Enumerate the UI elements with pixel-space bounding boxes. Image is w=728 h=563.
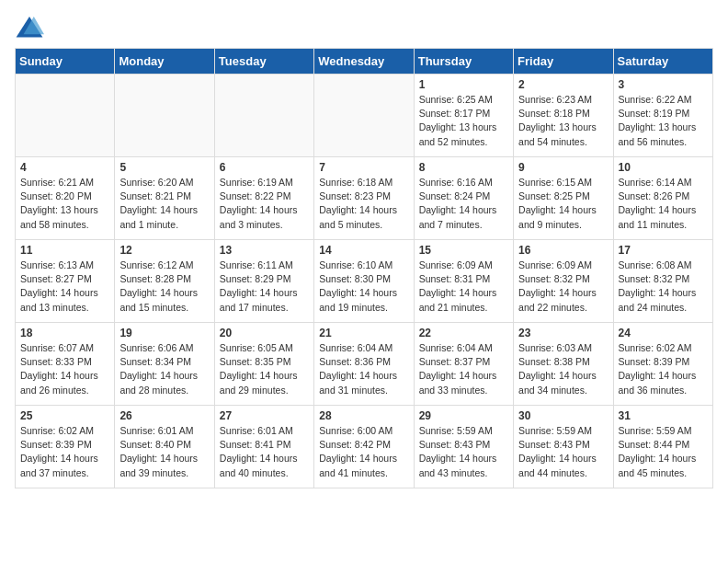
header-cell-sunday: Sunday [16, 49, 115, 75]
day-content: Sunrise: 6:03 AM Sunset: 8:38 PM Dayligh… [518, 341, 608, 397]
day-cell: 27Sunrise: 6:01 AM Sunset: 8:41 PM Dayli… [214, 406, 313, 488]
header-cell-monday: Monday [115, 49, 214, 75]
day-number: 13 [220, 244, 309, 257]
day-cell: 13Sunrise: 6:11 AM Sunset: 8:29 PM Dayli… [214, 240, 313, 323]
day-number: 29 [419, 409, 508, 422]
day-cell: 20Sunrise: 6:05 AM Sunset: 8:35 PM Dayli… [214, 323, 313, 406]
day-number: 5 [119, 161, 209, 174]
day-content: Sunrise: 6:06 AM Sunset: 8:34 PM Dayligh… [119, 341, 209, 397]
header-cell-friday: Friday [514, 49, 613, 75]
day-content: Sunrise: 6:09 AM Sunset: 8:32 PM Dayligh… [518, 259, 608, 315]
day-number: 4 [20, 161, 109, 174]
header-cell-wednesday: Wednesday [314, 49, 414, 75]
day-cell [214, 75, 313, 157]
day-content: Sunrise: 6:01 AM Sunset: 8:41 PM Dayligh… [220, 424, 309, 480]
day-content: Sunrise: 6:09 AM Sunset: 8:31 PM Dayligh… [419, 259, 508, 315]
day-cell [16, 75, 115, 157]
day-cell: 29Sunrise: 5:59 AM Sunset: 8:43 PM Dayli… [414, 406, 513, 488]
header-cell-saturday: Saturday [613, 49, 712, 75]
day-cell: 17Sunrise: 6:08 AM Sunset: 8:32 PM Dayli… [613, 240, 712, 323]
day-content: Sunrise: 5:59 AM Sunset: 8:43 PM Dayligh… [419, 424, 508, 480]
day-cell: 15Sunrise: 6:09 AM Sunset: 8:31 PM Dayli… [414, 240, 513, 323]
day-cell: 21Sunrise: 6:04 AM Sunset: 8:36 PM Dayli… [314, 323, 414, 406]
day-cell: 30Sunrise: 5:59 AM Sunset: 8:43 PM Dayli… [514, 406, 613, 488]
day-content: Sunrise: 6:01 AM Sunset: 8:40 PM Dayligh… [119, 424, 209, 480]
day-number: 12 [119, 244, 209, 257]
day-cell: 2Sunrise: 6:23 AM Sunset: 8:18 PM Daylig… [514, 75, 613, 157]
header-cell-thursday: Thursday [414, 49, 513, 75]
day-content: Sunrise: 6:21 AM Sunset: 8:20 PM Dayligh… [20, 176, 109, 232]
day-number: 20 [220, 327, 309, 339]
day-number: 24 [619, 327, 708, 339]
day-cell: 1Sunrise: 6:25 AM Sunset: 8:17 PM Daylig… [414, 75, 513, 157]
day-cell: 8Sunrise: 6:16 AM Sunset: 8:24 PM Daylig… [414, 157, 513, 240]
day-number: 19 [119, 327, 209, 339]
day-cell: 9Sunrise: 6:15 AM Sunset: 8:25 PM Daylig… [514, 157, 613, 240]
day-number: 11 [20, 244, 109, 257]
day-cell: 25Sunrise: 6:02 AM Sunset: 8:39 PM Dayli… [16, 406, 115, 488]
week-row-3: 18Sunrise: 6:07 AM Sunset: 8:33 PM Dayli… [16, 323, 713, 406]
header-row: SundayMondayTuesdayWednesdayThursdayFrid… [16, 49, 713, 75]
day-content: Sunrise: 6:14 AM Sunset: 8:26 PM Dayligh… [619, 176, 708, 232]
day-cell: 5Sunrise: 6:20 AM Sunset: 8:21 PM Daylig… [115, 157, 214, 240]
day-cell: 14Sunrise: 6:10 AM Sunset: 8:30 PM Dayli… [314, 240, 414, 323]
day-number: 16 [518, 244, 608, 257]
day-cell: 28Sunrise: 6:00 AM Sunset: 8:42 PM Dayli… [314, 406, 414, 488]
day-cell: 31Sunrise: 5:59 AM Sunset: 8:44 PM Dayli… [613, 406, 712, 488]
day-number: 28 [319, 409, 408, 422]
day-number: 7 [319, 161, 408, 174]
day-number: 18 [20, 327, 109, 339]
day-number: 8 [419, 161, 508, 174]
day-cell [115, 75, 214, 157]
day-cell [314, 75, 414, 157]
day-number: 17 [619, 244, 708, 257]
day-cell: 3Sunrise: 6:22 AM Sunset: 8:19 PM Daylig… [613, 75, 712, 157]
day-cell: 11Sunrise: 6:13 AM Sunset: 8:27 PM Dayli… [16, 240, 115, 323]
week-row-0: 1Sunrise: 6:25 AM Sunset: 8:17 PM Daylig… [16, 75, 713, 157]
logo [15, 15, 48, 40]
calendar-header: SundayMondayTuesdayWednesdayThursdayFrid… [16, 49, 713, 75]
day-content: Sunrise: 6:00 AM Sunset: 8:42 PM Dayligh… [319, 424, 408, 480]
page-header [15, 15, 713, 40]
day-content: Sunrise: 6:11 AM Sunset: 8:29 PM Dayligh… [220, 259, 309, 315]
day-content: Sunrise: 5:59 AM Sunset: 8:43 PM Dayligh… [518, 424, 608, 480]
day-content: Sunrise: 6:18 AM Sunset: 8:23 PM Dayligh… [319, 176, 408, 232]
week-row-4: 25Sunrise: 6:02 AM Sunset: 8:39 PM Dayli… [16, 406, 713, 488]
day-content: Sunrise: 6:15 AM Sunset: 8:25 PM Dayligh… [518, 176, 608, 232]
day-number: 14 [319, 244, 408, 257]
day-number: 10 [619, 161, 708, 174]
day-cell: 4Sunrise: 6:21 AM Sunset: 8:20 PM Daylig… [16, 157, 115, 240]
day-cell: 6Sunrise: 6:19 AM Sunset: 8:22 PM Daylig… [214, 157, 313, 240]
day-cell: 10Sunrise: 6:14 AM Sunset: 8:26 PM Dayli… [613, 157, 712, 240]
day-content: Sunrise: 6:04 AM Sunset: 8:36 PM Dayligh… [319, 341, 408, 397]
day-content: Sunrise: 6:05 AM Sunset: 8:35 PM Dayligh… [220, 341, 309, 397]
day-number: 31 [619, 409, 708, 422]
day-content: Sunrise: 6:19 AM Sunset: 8:22 PM Dayligh… [220, 176, 309, 232]
day-content: Sunrise: 6:22 AM Sunset: 8:19 PM Dayligh… [619, 93, 708, 149]
logo-icon [15, 15, 44, 40]
day-content: Sunrise: 6:08 AM Sunset: 8:32 PM Dayligh… [619, 259, 708, 315]
day-number: 3 [619, 78, 708, 91]
day-content: Sunrise: 5:59 AM Sunset: 8:44 PM Dayligh… [619, 424, 708, 480]
day-number: 21 [319, 327, 408, 339]
day-number: 15 [419, 244, 508, 257]
day-number: 23 [518, 327, 608, 339]
calendar-table: SundayMondayTuesdayWednesdayThursdayFrid… [15, 48, 713, 488]
day-number: 27 [220, 409, 309, 422]
day-content: Sunrise: 6:12 AM Sunset: 8:28 PM Dayligh… [119, 259, 209, 315]
day-number: 6 [220, 161, 309, 174]
week-row-1: 4Sunrise: 6:21 AM Sunset: 8:20 PM Daylig… [16, 157, 713, 240]
day-number: 1 [419, 78, 508, 91]
day-cell: 23Sunrise: 6:03 AM Sunset: 8:38 PM Dayli… [514, 323, 613, 406]
calendar-body: 1Sunrise: 6:25 AM Sunset: 8:17 PM Daylig… [16, 75, 713, 488]
day-cell: 26Sunrise: 6:01 AM Sunset: 8:40 PM Dayli… [115, 406, 214, 488]
day-number: 2 [518, 78, 608, 91]
day-cell: 12Sunrise: 6:12 AM Sunset: 8:28 PM Dayli… [115, 240, 214, 323]
day-content: Sunrise: 6:23 AM Sunset: 8:18 PM Dayligh… [518, 93, 608, 149]
day-content: Sunrise: 6:04 AM Sunset: 8:37 PM Dayligh… [419, 341, 508, 397]
day-content: Sunrise: 6:07 AM Sunset: 8:33 PM Dayligh… [20, 341, 109, 397]
day-content: Sunrise: 6:20 AM Sunset: 8:21 PM Dayligh… [119, 176, 209, 232]
day-cell: 7Sunrise: 6:18 AM Sunset: 8:23 PM Daylig… [314, 157, 414, 240]
day-number: 9 [518, 161, 608, 174]
day-cell: 22Sunrise: 6:04 AM Sunset: 8:37 PM Dayli… [414, 323, 513, 406]
